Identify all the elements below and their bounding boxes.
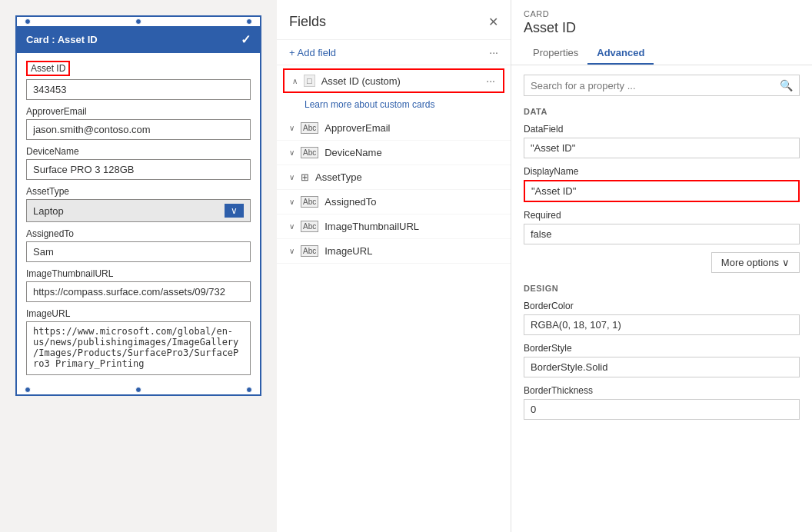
fields-header: Fields ✕ [277,0,511,40]
fields-close-button[interactable]: ✕ [488,15,498,29]
border-style-row: BorderStyle [524,343,800,377]
device-name-label: DeviceName [26,146,251,157]
field-icon-imgurl: Abc [301,245,318,257]
resize-dot-bl[interactable] [25,387,31,393]
field-item-asset-type[interactable]: ∨ ⊞ AssetType [277,165,511,190]
required-input[interactable] [524,224,800,244]
field-more-asset-id[interactable]: ··· [486,75,495,87]
field-name-approver: ApproverEmail [324,122,498,134]
field-name-device: DeviceName [324,147,498,158]
border-thickness-row: BorderThickness [524,385,800,420]
field-chevron-device[interactable]: ∨ [289,148,295,157]
field-name-asset-type: AssetType [315,171,498,183]
add-field-button[interactable]: + Add field [289,47,336,58]
right-panel-header: CARD Asset ID Properties Advanced [511,0,812,65]
field-item-approver-email[interactable]: ∨ Abc ApproverEmail [277,116,511,141]
search-input[interactable] [531,80,774,91]
tab-properties[interactable]: Properties [524,42,587,65]
design-section-label: DESIGN [524,284,800,293]
field-chevron-asset-id[interactable]: ∧ [292,77,298,85]
asset-id-input[interactable] [26,79,251,100]
resize-dot-tc[interactable] [135,18,141,25]
asset-type-arrow[interactable]: ∨ [225,204,244,218]
asset-type-label: AssetType [26,186,251,197]
fields-title: Fields [289,14,326,30]
card-container: Card : Asset ID ✓ Asset ID ApproverEmail… [15,15,261,396]
image-thumbnail-input[interactable] [26,281,251,302]
border-style-label: BorderStyle [524,343,800,354]
right-panel: CARD Asset ID Properties Advanced 🔍 DATA… [511,0,812,532]
required-label: Required [524,210,800,221]
field-chevron-assigned[interactable]: ∨ [289,198,295,206]
field-icon-assigned: Abc [301,196,318,208]
resize-dot-tr[interactable] [246,18,252,25]
field-name-asset-id: Asset ID (custom) [321,75,481,87]
add-field-more[interactable]: ··· [489,46,498,58]
more-options-chevron-icon: ∨ [782,257,790,268]
asset-id-field: Asset ID [26,61,251,100]
left-panel: Card : Asset ID ✓ Asset ID ApproverEmail… [0,0,277,532]
search-icon: 🔍 [780,79,793,91]
field-name-imgurl: ImageURL [324,245,498,257]
image-url-textarea[interactable]: https://www.microsoft.com/global/en-us/n… [26,321,251,375]
border-color-input[interactable] [524,314,800,335]
border-color-row: BorderColor [524,301,800,335]
image-thumbnail-label: ImageThumbnailURL [26,268,251,279]
asset-type-select[interactable]: Laptop ∨ [26,199,251,222]
approver-email-label: ApproverEmail [26,106,251,117]
field-chevron-asset-type[interactable]: ∨ [289,173,295,181]
field-icon-asset-type: ⊞ [301,171,309,183]
field-icon-approver: Abc [301,122,318,134]
search-bar[interactable]: 🔍 [524,75,800,96]
field-icon-asset-id: □ [304,75,315,87]
more-options-button[interactable]: More options ∨ [711,252,800,273]
assigned-to-input[interactable] [26,241,251,262]
data-field-row: DataField [524,124,800,158]
data-field-input[interactable] [524,138,800,158]
resize-dot-bc[interactable] [135,387,141,393]
card-header: Card : Asset ID ✓ [17,26,260,53]
field-item-image-thumbnail[interactable]: ∨ Abc ImageThumbnailURL [277,214,511,239]
display-name-label: DisplayName [524,166,800,177]
field-chevron-imgurl[interactable]: ∨ [289,247,295,255]
resize-handle-top[interactable] [17,17,260,26]
field-name-assigned: AssignedTo [324,196,498,208]
more-options-label: More options [721,257,779,268]
display-name-input[interactable] [524,180,800,202]
more-options-row: More options ∨ [524,252,800,273]
approver-email-input[interactable] [26,119,251,140]
border-style-input[interactable] [524,357,800,377]
field-name-thumb: ImageThumbnailURL [324,221,498,232]
tab-advanced[interactable]: Advanced [587,42,654,65]
card-label-small: CARD [524,9,800,18]
required-row: Required [524,210,800,244]
border-color-label: BorderColor [524,301,800,311]
field-icon-device: Abc [301,147,318,158]
right-panel-card-title: Asset ID [524,20,800,36]
card-header-check[interactable]: ✓ [241,32,251,47]
field-item-image-url[interactable]: ∨ Abc ImageURL [277,239,511,264]
data-section-label: DATA [524,107,800,116]
resize-handle-bottom[interactable] [17,385,260,394]
props-tabs: Properties Advanced [524,42,800,65]
middle-panel: Fields ✕ + Add field ··· ∧ □ Asset ID (c… [277,0,511,532]
fields-list: ∧ □ Asset ID (custom) ··· Learn more abo… [277,65,511,532]
border-thickness-label: BorderThickness [524,385,800,396]
card-header-title: Card : Asset ID [26,34,98,45]
asset-id-label: Asset ID [26,61,70,76]
device-name-input[interactable] [26,159,251,180]
field-item-device-name[interactable]: ∨ Abc DeviceName [277,141,511,165]
field-chevron-approver[interactable]: ∨ [289,124,295,132]
display-name-row: DisplayName [524,166,800,202]
resize-dot-br[interactable] [246,387,252,393]
resize-dot-tl[interactable] [25,18,31,25]
field-icon-thumb: Abc [301,221,318,232]
field-item-asset-id-custom[interactable]: ∧ □ Asset ID (custom) ··· [283,68,504,93]
right-panel-body: 🔍 DATA DataField DisplayName Required Mo… [511,65,812,532]
data-field-label: DataField [524,124,800,135]
learn-more-custom-cards[interactable]: Learn more about custom cards [277,96,511,116]
field-item-assigned-to[interactable]: ∨ Abc AssignedTo [277,190,511,214]
field-chevron-thumb[interactable]: ∨ [289,222,295,231]
border-thickness-input[interactable] [524,399,800,420]
add-field-row: + Add field ··· [277,40,511,65]
